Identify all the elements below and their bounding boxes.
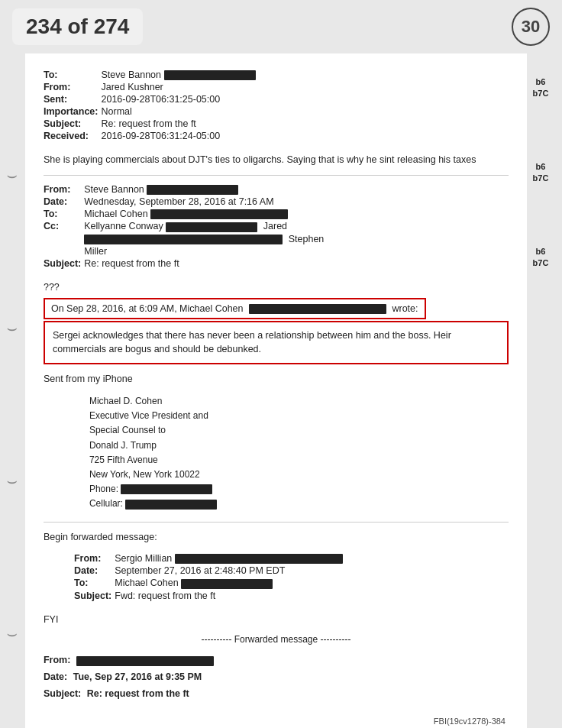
cc-label: Cc: <box>44 220 84 232</box>
sig-address2: New York, New York 10022 <box>89 468 509 482</box>
document-body: To: Steve Bannon From: Jared Kushner Sen… <box>25 53 527 728</box>
to-value: Steve Bannon <box>101 69 258 81</box>
sig-title2: Special Counsel to <box>89 423 509 438</box>
email-header-second: From: Steve Bannon Date: Wednesday, Sept… <box>44 183 509 270</box>
redacted-cc2 <box>84 235 283 244</box>
section-divider-2 <box>44 522 509 523</box>
signature-block: Michael D. Cohen Executive Vice Presiden… <box>89 394 509 512</box>
right-code-2: b6 b7C <box>533 161 549 185</box>
subject-value: Re: request from the ft <box>101 118 258 130</box>
cc-miller: Miller <box>84 245 327 257</box>
begin-forwarded: Begin forwarded message: <box>44 530 509 545</box>
to2-value: Michael Cohen <box>84 208 327 220</box>
fyi-text: FYI <box>44 613 509 627</box>
section-divider-1 <box>44 175 509 176</box>
fwd-from-value: Sergio Millian <box>115 552 346 565</box>
subject2-value: Re: request from the ft <box>84 257 327 270</box>
sig-title3: Donald J. Trump <box>89 438 509 453</box>
sent-from-iphone: Sent from my iPhone <box>44 372 509 387</box>
redacted-fwd2-from <box>76 656 214 666</box>
redacted-cc1 <box>166 222 257 232</box>
right-code-1: b6 b7C <box>533 76 549 100</box>
quoted-header: On Sep 28, 2016, at 6:09 AM, Michael Coh… <box>44 298 426 319</box>
cc-value: Kellyanne Conway Jared <box>84 220 327 232</box>
redacted-from2 <box>147 185 238 195</box>
fwd-subject-label: Subject: <box>74 590 115 602</box>
fwd2-date: Date: Tue, Sep 27, 2016 at 9:35 PM <box>44 669 509 684</box>
importance-value: Normal <box>101 105 258 118</box>
sig-cellular: Cellular: <box>89 497 509 511</box>
date2-label: Date: <box>44 196 84 208</box>
subject-label: Subject: <box>44 118 102 130</box>
right-code-3: b6 b7C <box>533 246 549 270</box>
to-label: To: <box>44 69 102 81</box>
sig-address1: 725 Fifth Avenue <box>89 453 509 468</box>
fwd-from-label: From: <box>74 552 115 565</box>
fwd-to-label: To: <box>74 577 115 589</box>
body-intro-text: She is playing commercials about DJT's t… <box>44 153 509 167</box>
importance-label: Importance: <box>44 105 102 118</box>
from2-value: Steve Bannon <box>84 183 327 196</box>
cc-value2: Stephen <box>84 233 327 245</box>
subject2-label: Subject: <box>44 257 84 270</box>
fbi-footer: FBI(19cv1278)-384 <box>44 717 509 726</box>
sig-name: Michael D. Cohen <box>89 394 509 409</box>
redacted-phone <box>121 484 212 494</box>
received-label: Received: <box>44 130 102 142</box>
from-label: From: <box>44 81 102 93</box>
redacted-to2 <box>150 209 288 219</box>
curl-mark-2: ⌣ <box>0 320 18 337</box>
redacted-cellular <box>125 500 217 510</box>
to2-label: To: <box>44 208 84 220</box>
fwd-date-label: Date: <box>74 565 115 577</box>
redacted-fwd-to <box>181 579 273 589</box>
forwarded-divider: ---------- Forwarded message ---------- <box>44 634 509 645</box>
fwd-subject-value: Fwd: request from the ft <box>115 590 346 602</box>
sent-value: 2016-09-28T06:31:25-05:00 <box>101 93 258 105</box>
redacted-quoted-author <box>249 304 386 314</box>
redacted-fwd-from <box>175 554 343 564</box>
fwd-date-value: September 27, 2016 at 2:48:40 PM EDT <box>115 565 346 577</box>
redacted-to <box>164 70 256 80</box>
page-counter: 234 of 274 <box>12 8 143 45</box>
curl-mark-4: ⌣ <box>0 626 18 642</box>
received-value: 2016-09-28T06:31:24-05:00 <box>101 130 258 142</box>
left-decoration: ⌣ ⌣ ⌣ ⌣ <box>0 53 18 728</box>
forwarded-email-header: From: Sergio Millian Date: September 27,… <box>74 552 509 601</box>
fwd2-from: From: <box>44 652 509 668</box>
stamp-circle: 30 <box>512 8 550 46</box>
from-value: Jared Kushner <box>101 81 258 93</box>
quoted-body: Sergei acknowledges that there has never… <box>44 321 509 365</box>
from2-label: From: <box>44 183 84 196</box>
sig-title1: Executive Vice President and <box>89 409 509 423</box>
email-header-top: To: Steve Bannon From: Jared Kushner Sen… <box>44 69 509 142</box>
curl-mark-1: ⌣ <box>0 167 18 184</box>
date2-value: Wednesday, September 28, 2016 at 7:16 AM <box>84 196 327 208</box>
fwd-to-value: Michael Cohen <box>115 577 346 589</box>
right-codes-panel: b6 b7C b6 b7C b6 b7C <box>527 53 554 728</box>
sent-label: Sent: <box>44 93 102 105</box>
sig-phone: Phone: <box>89 482 509 497</box>
curl-mark-3: ⌣ <box>0 473 18 490</box>
fwd2-subject: Subject: Re: request from the ft <box>44 686 509 701</box>
separator-222: ??? <box>44 280 509 295</box>
